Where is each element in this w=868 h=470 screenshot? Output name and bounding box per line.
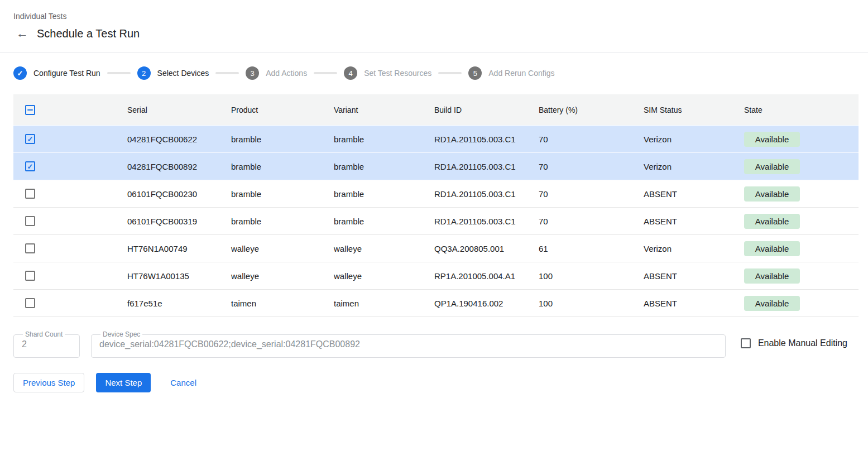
stepper-connector [107, 72, 131, 74]
indeterminate-icon [27, 109, 33, 111]
cell-sim-status: ABSENT [644, 217, 744, 226]
step-add-actions[interactable]: 3 Add Actions [246, 66, 307, 80]
cell-product: bramble [231, 189, 334, 199]
step-add-rerun-configs[interactable]: 5 Add Rerun Configs [468, 66, 554, 80]
table-row[interactable]: HT76N1A00749 walleye walleye QQ3A.200805… [13, 235, 859, 262]
cell-battery: 70 [539, 217, 644, 226]
cell-battery: 61 [539, 244, 644, 253]
breadcrumb: Individual Tests [13, 11, 855, 21]
cell-product: walleye [231, 244, 334, 253]
cell-product: walleye [231, 271, 334, 281]
row-checkbox[interactable]: ✓ [25, 161, 35, 171]
device-spec-label: Device Spec [100, 330, 142, 338]
column-header-product: Product [231, 105, 334, 114]
cell-battery: 100 [539, 299, 644, 308]
shard-spec-form: Shard Count Device Spec Enable Manual Ed… [13, 330, 847, 358]
table-row[interactable]: ✓ 04281FQCB00892 bramble bramble RD1A.20… [13, 153, 859, 180]
table-row[interactable]: HT76W1A00135 walleye walleye RP1A.201005… [13, 262, 859, 290]
cell-variant: bramble [334, 162, 434, 171]
table-row[interactable]: 06101FQCB00319 bramble bramble RD1A.2011… [13, 208, 859, 235]
column-header-build-id: Build ID [434, 105, 539, 114]
step-number: 5 [468, 66, 482, 80]
device-spec-field: Device Spec [91, 330, 726, 358]
cell-variant: bramble [334, 217, 434, 226]
shard-count-input[interactable] [21, 338, 73, 349]
cell-build-id: RD1A.201105.003.C1 [434, 135, 539, 144]
row-checkbox[interactable] [25, 216, 35, 226]
cell-build-id: RD1A.201105.003.C1 [434, 162, 539, 171]
row-checkbox[interactable] [25, 298, 35, 308]
cell-variant: walleye [334, 271, 434, 281]
select-all-checkbox[interactable] [25, 105, 35, 115]
device-spec-input[interactable] [98, 338, 718, 349]
step-completed-circle: ✓ [13, 66, 27, 80]
stepper-connector [314, 72, 337, 74]
state-badge: Available [744, 132, 800, 147]
enable-manual-editing-checkbox[interactable] [741, 338, 751, 348]
cell-serial: 04281FQCB00892 [127, 162, 231, 171]
row-checkbox[interactable] [25, 271, 35, 281]
cell-sim-status: Verizon [644, 162, 744, 171]
state-badge: Available [744, 241, 800, 256]
cell-product: taimen [231, 299, 334, 308]
step-select-devices[interactable]: 2 Select Devices [137, 66, 209, 80]
cell-serial: 04281FQCB00622 [127, 135, 231, 144]
cell-sim-status: ABSENT [644, 271, 744, 281]
cell-variant: taimen [334, 299, 434, 308]
cell-serial: HT76N1A00749 [127, 244, 231, 253]
state-badge: Available [744, 186, 800, 202]
cell-battery: 70 [539, 135, 644, 144]
row-checkbox[interactable] [25, 243, 35, 253]
page-header: Individual Tests ← Schedule a Test Run [0, 0, 868, 40]
back-arrow-icon[interactable]: ← [16, 27, 29, 40]
next-step-button[interactable]: Next Step [96, 373, 151, 392]
cell-build-id: RD1A.201105.003.C1 [434, 189, 539, 199]
row-checkbox[interactable]: ✓ [25, 134, 35, 144]
step-number: 3 [246, 66, 259, 80]
state-badge: Available [744, 159, 800, 174]
cell-battery: 100 [539, 271, 644, 281]
column-header-state: State [744, 105, 859, 114]
previous-step-button[interactable]: Previous Step [13, 373, 84, 392]
cell-sim-status: ABSENT [644, 189, 744, 199]
cell-build-id: QP1A.190416.002 [434, 299, 539, 308]
step-label: Select Devices [157, 69, 209, 78]
cell-variant: walleye [334, 244, 434, 253]
step-label: Add Rerun Configs [488, 69, 554, 78]
cell-product: bramble [231, 162, 334, 171]
table-row[interactable]: 06101FQCB00230 bramble bramble RD1A.2011… [13, 180, 859, 208]
cell-battery: 70 [539, 162, 644, 171]
check-icon: ✓ [27, 136, 33, 143]
page-title: Schedule a Test Run [37, 27, 140, 40]
column-header-variant: Variant [334, 105, 434, 114]
cancel-button[interactable]: Cancel [161, 373, 205, 392]
table-row[interactable]: f617e51e taimen taimen QP1A.190416.002 1… [13, 290, 859, 317]
cell-build-id: RP1A.201005.004.A1 [434, 271, 539, 281]
state-badge: Available [744, 296, 800, 311]
cell-product: bramble [231, 217, 334, 226]
table-header-row: Serial Product Variant Build ID Battery … [13, 94, 859, 126]
cell-variant: bramble [334, 189, 434, 199]
cell-build-id: RD1A.201105.003.C1 [434, 217, 539, 226]
step-configure-test-run[interactable]: ✓ Configure Test Run [13, 66, 100, 80]
cell-serial: 06101FQCB00230 [127, 189, 231, 199]
step-label: Configure Test Run [33, 69, 100, 78]
cell-battery: 70 [539, 189, 644, 199]
cell-sim-status: Verizon [644, 244, 744, 253]
device-table: Serial Product Variant Build ID Battery … [13, 94, 859, 317]
column-header-battery: Battery (%) [539, 105, 644, 114]
cell-build-id: QQ3A.200805.001 [434, 244, 539, 253]
cell-sim-status: ABSENT [644, 299, 744, 308]
table-row[interactable]: ✓ 04281FQCB00622 bramble bramble RD1A.20… [13, 126, 859, 153]
enable-manual-editing-toggle[interactable]: Enable Manual Editing [741, 338, 847, 348]
cell-variant: bramble [334, 135, 434, 144]
step-label: Add Actions [266, 69, 307, 78]
check-icon: ✓ [17, 70, 23, 77]
shard-count-field: Shard Count [13, 330, 80, 358]
cell-serial: 06101FQCB00319 [127, 217, 231, 226]
step-set-test-resources[interactable]: 4 Set Test Resources [344, 66, 431, 80]
stepper: ✓ Configure Test Run 2 Select Devices 3 … [0, 53, 868, 94]
check-icon: ✓ [27, 163, 33, 170]
row-checkbox[interactable] [25, 189, 35, 199]
action-bar: Previous Step Next Step Cancel [13, 373, 855, 392]
